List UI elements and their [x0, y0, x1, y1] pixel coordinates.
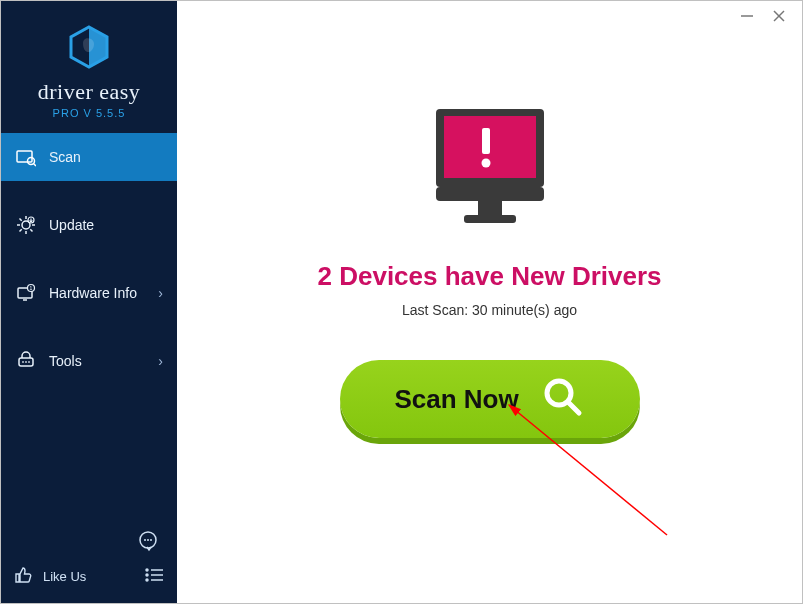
svg-point-2: [28, 158, 35, 165]
gear-icon: [15, 215, 37, 235]
thumbs-up-icon: [13, 565, 33, 588]
sidebar-item-tools[interactable]: Tools ›: [1, 337, 177, 385]
svg-point-29: [146, 574, 148, 576]
svg-rect-1: [17, 151, 32, 162]
svg-point-26: [150, 539, 152, 541]
sidebar-nav: Scan Update 1 Hardware Info › Tools: [1, 133, 177, 405]
sidebar: driver easy PRO V 5.5.5 Scan Update 1: [1, 1, 177, 603]
svg-point-27: [146, 569, 148, 571]
monitor-alert-icon: [420, 103, 560, 235]
svg-line-10: [30, 229, 32, 231]
brand-block: driver easy PRO V 5.5.5: [1, 1, 177, 129]
sidebar-item-update[interactable]: Update: [1, 201, 177, 249]
svg-rect-42: [478, 201, 502, 215]
search-icon: [541, 375, 585, 423]
svg-point-24: [144, 539, 146, 541]
close-button[interactable]: [772, 9, 786, 26]
svg-rect-43: [464, 215, 516, 223]
scan-icon: [15, 147, 37, 167]
brand-version: PRO V 5.5.5: [1, 107, 177, 119]
brand-name: driver easy: [1, 79, 177, 105]
hardware-icon: 1: [15, 283, 37, 303]
main-panel: 2 Devices have New Drivers Last Scan: 30…: [177, 1, 802, 603]
minimize-button[interactable]: [740, 9, 754, 26]
scan-now-button[interactable]: Scan Now: [340, 360, 640, 438]
last-scan-text: Last Scan: 30 minute(s) ago: [402, 302, 577, 318]
svg-text:1: 1: [30, 285, 33, 291]
tools-icon: [15, 351, 37, 371]
sidebar-item-label: Hardware Info: [49, 285, 137, 301]
menu-list-icon[interactable]: [143, 564, 165, 589]
chat-button[interactable]: [13, 525, 165, 559]
svg-point-31: [146, 579, 148, 581]
sidebar-item-label: Update: [49, 217, 94, 233]
headline-text: 2 Devices have New Drivers: [318, 261, 662, 292]
sidebar-item-hardware-info[interactable]: 1 Hardware Info ›: [1, 269, 177, 317]
brand-logo-icon: [1, 23, 177, 71]
like-us-button[interactable]: Like Us: [13, 565, 86, 588]
main-content: 2 Devices have New Drivers Last Scan: 30…: [177, 33, 802, 438]
svg-point-39: [481, 159, 490, 168]
svg-line-45: [568, 402, 579, 413]
svg-line-9: [20, 219, 22, 221]
chat-icon: [137, 530, 159, 555]
svg-rect-41: [436, 187, 544, 201]
svg-line-11: [20, 229, 22, 231]
sidebar-item-label: Tools: [49, 353, 82, 369]
sidebar-item-label: Scan: [49, 149, 81, 165]
svg-point-25: [147, 539, 149, 541]
window-titlebar: [177, 1, 802, 33]
sidebar-bottom: Like Us: [1, 517, 177, 603]
chevron-right-icon: ›: [158, 285, 163, 301]
sidebar-item-scan[interactable]: Scan: [1, 133, 177, 181]
svg-line-3: [34, 164, 37, 167]
chevron-right-icon: ›: [158, 353, 163, 369]
svg-rect-38: [482, 128, 490, 154]
app-window: driver easy PRO V 5.5.5 Scan Update 1: [1, 1, 802, 603]
scan-now-label: Scan Now: [394, 384, 518, 415]
like-us-label: Like Us: [43, 569, 86, 584]
